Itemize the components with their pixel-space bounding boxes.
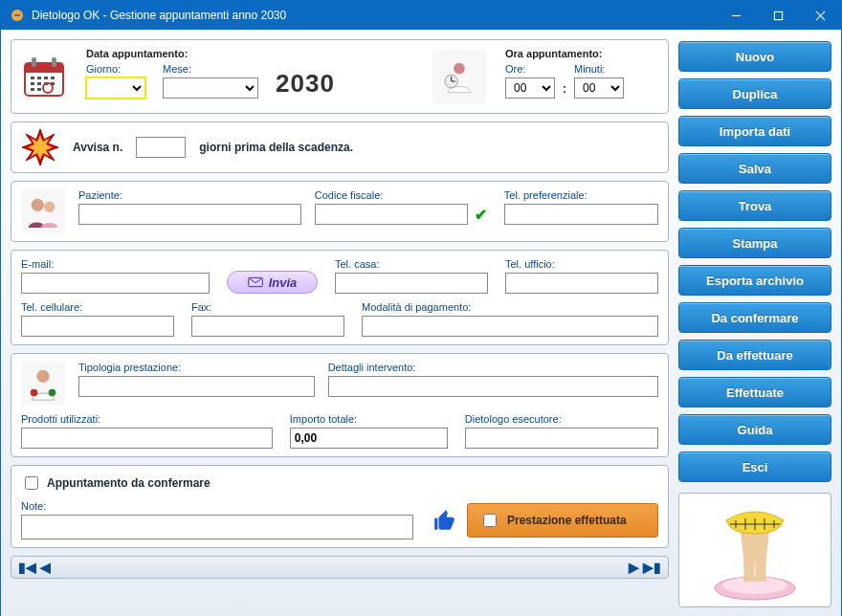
guida-button[interactable]: Guida (678, 414, 831, 445)
fiscal-label: Codice fiscale: (315, 189, 491, 201)
envelope-icon (248, 276, 263, 288)
type-label: Tipologia prestazione: (78, 362, 315, 373)
fiscal-input[interactable] (315, 204, 468, 225)
tel-cell-label: Tel. cellulare: (21, 301, 174, 313)
svg-point-21 (454, 63, 465, 75)
fax-input[interactable] (191, 316, 344, 337)
hour-label: Ore: (505, 63, 555, 75)
burst-icon (21, 128, 59, 166)
confirm-label: Appuntamento da confermare (47, 476, 210, 490)
svg-rect-8 (32, 57, 36, 67)
svg-rect-12 (44, 77, 48, 79)
confirm-checkbox[interactable] (25, 476, 38, 490)
executor-label: Dietologo esecutore: (465, 413, 658, 425)
svg-rect-18 (31, 88, 34, 91)
service-panel: Tipologia prestazione: Dettagli interven… (11, 353, 669, 457)
thumbs-up-icon (431, 506, 459, 535)
minute-label: Minuti: (574, 63, 624, 75)
effettuate-button[interactable]: Effettuate (678, 377, 831, 407)
alert-days-input[interactable] (136, 137, 186, 158)
tel-casa-input[interactable] (335, 273, 488, 294)
fax-label: Fax: (191, 301, 344, 313)
check-icon[interactable]: ✔ (472, 205, 491, 224)
svg-rect-15 (37, 82, 41, 85)
tel-cell-input[interactable] (21, 316, 174, 337)
send-email-label: Invia (269, 275, 298, 290)
da-confermare-button[interactable]: Da confermare (678, 302, 831, 333)
hour-select[interactable]: 00 (505, 77, 555, 99)
note-label: Note: (21, 500, 413, 512)
patient-input[interactable] (78, 204, 301, 225)
svg-rect-19 (37, 88, 41, 91)
app-icon (9, 7, 26, 24)
alert-prefix: Avvisa n. (73, 141, 122, 154)
month-select[interactable] (163, 77, 258, 99)
alert-suffix: giorni prima della scadenza. (199, 141, 353, 154)
patient-image (21, 189, 65, 233)
detail-input[interactable] (328, 376, 658, 397)
importa-button[interactable]: Importa dati (678, 116, 831, 146)
month-label: Mese: (163, 63, 258, 75)
tel-casa-label: Tel. casa: (335, 258, 488, 270)
titlebar: Dietologo OK - Gestione appuntamenti ann… (1, 1, 841, 30)
tel-uff-input[interactable] (505, 273, 658, 294)
window-title: Dietologo OK - Gestione appuntamenti ann… (32, 9, 715, 22)
done-label: Prestazione effettuata (507, 514, 627, 527)
minute-select[interactable]: 00 (574, 77, 624, 99)
tel-uff-label: Tel. ufficio: (505, 258, 658, 270)
done-box[interactable]: Prestazione effettuata (467, 503, 658, 538)
pay-input[interactable] (362, 316, 658, 337)
products-input[interactable] (21, 428, 273, 449)
maximize-button[interactable] (757, 1, 799, 30)
svg-point-34 (722, 577, 787, 594)
salva-button[interactable]: Salva (678, 153, 831, 184)
date-header: Data appuntamento: (86, 48, 413, 59)
duplica-button[interactable]: Duplica (678, 78, 831, 109)
svg-point-28 (44, 202, 55, 212)
svg-marker-26 (28, 135, 53, 160)
svg-point-32 (49, 389, 56, 397)
patient-panel: Paziente: Codice fiscale: ✔ Tel. prefere… (11, 181, 669, 242)
done-checkbox[interactable] (483, 514, 497, 527)
nav-first-button[interactable]: ▮◀ (17, 560, 37, 575)
pref-tel-label: Tel. preferenziale: (504, 189, 658, 201)
svg-rect-1 (14, 14, 20, 16)
side-image (678, 493, 831, 607)
svg-point-27 (32, 199, 44, 211)
close-button[interactable] (799, 1, 841, 30)
trova-button[interactable]: Trova (678, 190, 831, 221)
day-label: Giorno: (86, 63, 145, 75)
send-email-button[interactable]: Invia (227, 271, 318, 294)
da-effettuare-button[interactable]: Da effettuare (678, 340, 831, 370)
nav-prev-button[interactable]: ◀ (39, 560, 52, 575)
svg-rect-7 (25, 63, 63, 73)
minimize-button[interactable] (715, 1, 757, 30)
patient-label: Paziente: (78, 189, 301, 201)
pref-tel-input[interactable] (504, 204, 658, 225)
pay-label: Modalità di pagamento: (362, 301, 658, 313)
note-input[interactable] (21, 515, 413, 539)
svg-rect-3 (774, 11, 782, 19)
nav-last-button[interactable]: ▶▮ (642, 560, 662, 575)
svg-rect-9 (52, 57, 56, 67)
calendar-icon (21, 54, 67, 99)
day-select[interactable] (86, 77, 145, 99)
svg-rect-14 (31, 82, 34, 85)
svg-rect-13 (51, 77, 55, 79)
nav-next-button[interactable]: ▶ (628, 560, 640, 575)
svg-point-31 (31, 389, 38, 397)
email-input[interactable] (21, 273, 210, 294)
alert-panel: Avvisa n. giorni prima della scadenza. (11, 121, 669, 173)
email-label: E-mail: (21, 258, 210, 270)
dietologist-image (21, 362, 65, 406)
svg-point-30 (36, 370, 49, 383)
svg-rect-10 (31, 77, 34, 79)
type-input[interactable] (78, 376, 315, 397)
executor-input[interactable] (465, 428, 658, 449)
esporta-button[interactable]: Esporta archivio (678, 265, 831, 296)
amount-input[interactable] (290, 428, 448, 449)
stampa-button[interactable]: Stampa (678, 228, 831, 258)
nuovo-button[interactable]: Nuovo (678, 41, 831, 72)
footer-panel: Appuntamento da confermare Note: Prestaz… (11, 465, 669, 548)
esci-button[interactable]: Esci (678, 451, 831, 482)
